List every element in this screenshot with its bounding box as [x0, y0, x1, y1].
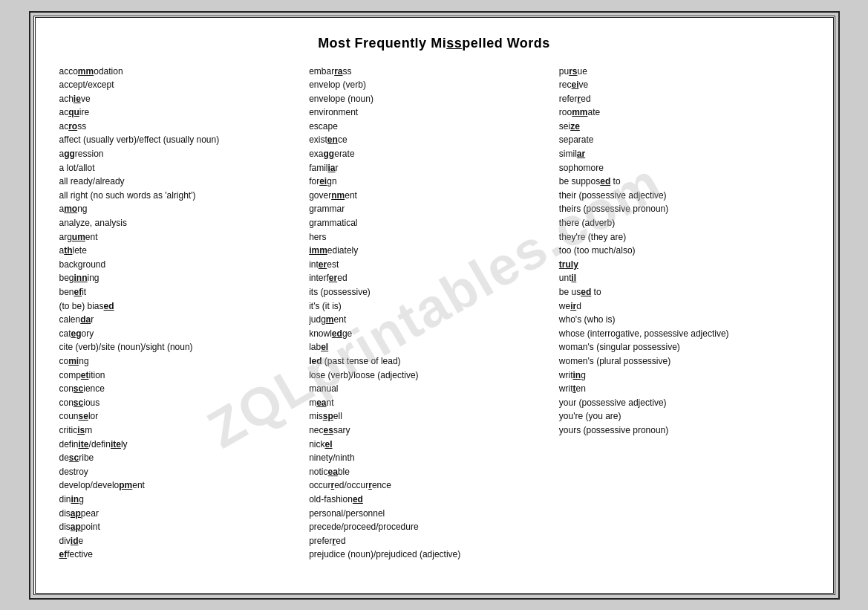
word: nickel	[309, 438, 559, 452]
word: category	[59, 327, 310, 341]
word: until	[559, 271, 809, 285]
word: pursue	[559, 65, 809, 79]
word: benefit	[59, 285, 310, 299]
word: receive	[559, 78, 809, 92]
word: personal/personnel	[309, 507, 559, 521]
word: envelope (noun)	[309, 92, 559, 106]
word: all ready/already	[59, 175, 310, 189]
word: cite (verb)/site (noun)/sight (noun)	[59, 340, 310, 354]
word: definite/definitely	[59, 438, 310, 452]
word: it's (it is)	[309, 299, 559, 314]
column-2: embarrass envelop (verb) envelope (noun)…	[309, 65, 559, 562]
word: referred	[559, 92, 809, 106]
word: calendar	[59, 313, 310, 327]
word: they're (they are)	[559, 230, 809, 244]
columns: accommodation accept/except achieve acqu…	[59, 65, 809, 562]
word: environment	[309, 106, 559, 120]
word: occurred/occurrence	[309, 478, 559, 493]
word: embarrass	[309, 65, 559, 79]
page-title: Most Frequently Misspelled Words	[59, 36, 809, 51]
word: counselor	[59, 409, 310, 424]
word: manual	[309, 382, 559, 396]
word: athlete	[59, 244, 310, 258]
word: accept/except	[59, 78, 310, 92]
word: immediately	[309, 244, 559, 258]
word: exaggerate	[309, 147, 559, 161]
word: similar	[559, 147, 809, 161]
word: across	[59, 120, 310, 134]
word: hers	[309, 230, 559, 244]
word: meant	[309, 396, 559, 410]
word: old-fashioned	[309, 493, 559, 507]
word: analyze, analysis	[59, 216, 310, 230]
word: be used to	[559, 285, 809, 299]
word: beginning	[59, 271, 310, 285]
word: necessary	[309, 424, 559, 438]
word: noticeable	[309, 465, 559, 479]
word: separate	[559, 133, 809, 147]
word: envelop (verb)	[309, 78, 559, 92]
word: judgment	[309, 313, 559, 327]
word: seize	[559, 120, 809, 134]
word: acquire	[59, 106, 310, 120]
word: who's (who is)	[559, 313, 809, 327]
word: lose (verb)/loose (adjective)	[309, 369, 559, 383]
word: you're (you are)	[559, 409, 809, 424]
word: a lot/allot	[59, 161, 310, 175]
word: prejudice (noun)/prejudiced (adjective)	[309, 548, 559, 562]
word: develop/development	[59, 478, 310, 493]
word: all right (no such words as 'alright')	[59, 189, 310, 203]
word: government	[309, 189, 559, 203]
word: destroy	[59, 465, 310, 479]
word: knowledge	[309, 327, 559, 341]
word: effective	[59, 548, 310, 562]
word: roommate	[559, 106, 809, 120]
word: criticism	[59, 424, 310, 438]
word: divide	[59, 534, 310, 548]
word: among	[59, 202, 310, 216]
page: ZQLprintables.com Most Frequently Misspe…	[33, 16, 835, 595]
word: disappoint	[59, 520, 310, 534]
word: conscience	[59, 382, 310, 396]
word: competition	[59, 369, 310, 383]
word: familiar	[309, 161, 559, 175]
word: label	[309, 340, 559, 354]
word: grammar	[309, 202, 559, 216]
column-1: accommodation accept/except achieve acqu…	[59, 65, 310, 562]
word: affect (usually verb)/effect (usually no…	[59, 133, 310, 147]
word: disappear	[59, 507, 310, 521]
word: too (too much/also)	[559, 244, 809, 258]
word: weird	[559, 299, 809, 314]
word: yours (possessive pronoun)	[559, 424, 809, 438]
word: your (possessive adjective)	[559, 396, 809, 410]
word: ninety/ninth	[309, 451, 559, 465]
word: sophomore	[559, 161, 809, 175]
word: led (past tense of lead)	[309, 354, 559, 369]
word: interest	[309, 258, 559, 272]
word: dining	[59, 493, 310, 507]
word: coming	[59, 354, 310, 369]
word: preferred	[309, 534, 559, 548]
word: background	[59, 258, 310, 272]
word: women's (plural possessive)	[559, 354, 809, 369]
word: grammatical	[309, 216, 559, 230]
word: aggression	[59, 147, 310, 161]
word: foreign	[309, 175, 559, 189]
word: existence	[309, 133, 559, 147]
word: interfered	[309, 271, 559, 285]
word: truly	[559, 258, 809, 272]
word: argument	[59, 230, 310, 244]
column-3: pursue receive referred roommate seize s…	[559, 65, 809, 438]
word: theirs (possessive pronoun)	[559, 202, 809, 216]
word: misspell	[309, 409, 559, 424]
word: conscious	[59, 396, 310, 410]
word: escape	[309, 120, 559, 134]
word: written	[559, 382, 809, 396]
word: there (adverb)	[559, 216, 809, 230]
word: describe	[59, 451, 310, 465]
word: achieve	[59, 92, 310, 106]
word: accommodation	[59, 65, 310, 79]
word: its (possessive)	[309, 285, 559, 299]
word: be supposed to	[559, 175, 809, 189]
word: (to be) biased	[59, 299, 310, 314]
